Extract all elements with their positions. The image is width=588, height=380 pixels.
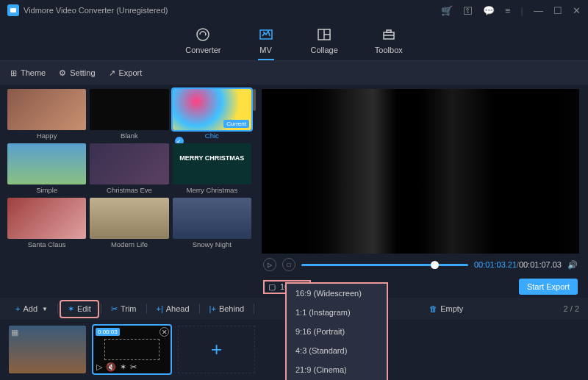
behind-icon: |+	[209, 304, 216, 313]
theme-label: Chic	[205, 132, 219, 140]
theme-item[interactable]: Happy	[7, 89, 86, 140]
scrollbar[interactable]	[253, 89, 256, 111]
tab-mv[interactable]: MV	[258, 26, 274, 60]
clip-duration: 0:00:03	[96, 328, 120, 336]
theme-item[interactable]: MERRY CHRISTMASMerry Christmas	[173, 143, 251, 194]
subtab-theme[interactable]: ⊞Theme	[10, 68, 46, 78]
theme-label: Modern Life	[111, 240, 148, 248]
app-title: Vidmore Video Converter (Unregistered)	[24, 6, 168, 15]
start-export-button[interactable]: Start Export	[519, 279, 578, 295]
behind-button[interactable]: |+Behind	[203, 301, 251, 316]
aspect-option[interactable]: 4:3 (Standard)	[287, 341, 387, 360]
tab-converter[interactable]: Converter	[185, 26, 220, 60]
aspect-icon: ▢	[268, 282, 276, 292]
theme-label: Santa Claus	[28, 240, 66, 248]
aspect-option[interactable]: 16:9 (Widescreen)	[287, 284, 387, 303]
clip-counter: 2 / 2	[564, 304, 579, 313]
empty-button[interactable]: 🗑Empty	[423, 301, 470, 316]
wand-icon: ✶	[68, 304, 74, 314]
theme-item[interactable]: Current✓Chic	[173, 89, 251, 140]
sub-nav: ⊞Theme ⚙Setting ↗Export	[0, 61, 588, 85]
subtab-setting[interactable]: ⚙Setting	[59, 68, 95, 78]
edit-button[interactable]: ✶Edit	[61, 301, 98, 317]
gear-icon: ⚙	[59, 68, 66, 78]
svg-rect-0	[10, 8, 16, 12]
top-nav: Converter MV Collage Toolbox	[0, 21, 588, 61]
theme-item[interactable]: Santa Claus	[7, 198, 86, 248]
aspect-ratio-menu: 16:9 (Widescreen)1:1 (Instagram)9:16 (Po…	[285, 282, 388, 380]
maximize-button[interactable]: ☐	[553, 5, 562, 16]
aspect-option[interactable]: 9:16 (Portrait)	[287, 322, 387, 341]
player-controls: ▷ □ 00:01:03.21/00:01:07.03 🔊	[262, 254, 579, 276]
add-clip-button[interactable]: +	[178, 326, 255, 373]
scissors-icon: ✂	[111, 304, 118, 314]
svg-rect-9	[387, 30, 391, 32]
plus-icon: +	[15, 304, 20, 313]
volume-icon[interactable]: 🔊	[567, 260, 578, 270]
export-icon: ↗	[109, 68, 115, 78]
theme-label: Christmas Eve	[107, 186, 152, 194]
seek-bar[interactable]	[301, 264, 468, 266]
tab-collage[interactable]: Collage	[311, 26, 338, 60]
ahead-icon: +|	[157, 304, 163, 313]
mute-icon[interactable]: 🔇	[106, 362, 116, 372]
film-icon: ▦	[11, 328, 18, 337]
ahead-button[interactable]: +|Ahead	[150, 301, 196, 316]
cart-icon[interactable]: 🛒	[441, 5, 453, 16]
titlebar: Vidmore Video Converter (Unregistered) 🛒…	[0, 0, 588, 21]
theme-item[interactable]: Snowy Night	[173, 198, 251, 248]
theme-label: Simple	[36, 186, 57, 194]
key-icon[interactable]: ⚿	[463, 5, 473, 16]
add-button[interactable]: +Add▼	[9, 301, 54, 316]
close-button[interactable]: ✕	[573, 5, 581, 16]
theme-icon: ⊞	[10, 68, 17, 78]
wand-icon[interactable]: ✶	[120, 362, 126, 372]
trim-button[interactable]: ✂Trim	[104, 301, 143, 317]
remove-clip-button[interactable]: ✕	[159, 327, 169, 337]
converter-icon	[195, 26, 211, 43]
mv-icon	[258, 26, 274, 43]
theme-label: Merry Christmas	[186, 186, 237, 194]
divider: |	[521, 5, 523, 16]
theme-panel: HappyBlankCurrent✓ChicSimpleChristmas Ev…	[0, 85, 257, 298]
scissors-icon[interactable]: ✂	[130, 362, 137, 372]
subtab-export[interactable]: ↗Export	[109, 68, 143, 78]
theme-label: Happy	[37, 132, 57, 140]
app-logo	[7, 4, 19, 16]
collage-icon	[316, 26, 332, 43]
menu-icon[interactable]: ≡	[505, 5, 511, 16]
clip-item[interactable]: ▦	[9, 326, 86, 373]
toolbox-icon	[381, 26, 397, 43]
minimize-button[interactable]: —	[534, 5, 543, 16]
theme-item[interactable]: Christmas Eve	[90, 143, 168, 194]
video-preview[interactable]	[262, 89, 579, 254]
theme-item[interactable]: Simple	[7, 143, 86, 194]
theme-label: Blank	[121, 132, 138, 140]
theme-item[interactable]: Modern Life	[90, 198, 168, 248]
play-button[interactable]: ▷	[263, 258, 276, 271]
clip-item[interactable]: 0:00:03 ✕ ▷ 🔇 ✶ ✂	[93, 326, 171, 373]
play-icon[interactable]: ▷	[96, 362, 102, 372]
aspect-option[interactable]: 21:9 (Cinema)	[287, 360, 387, 379]
trash-icon: 🗑	[429, 304, 437, 313]
stop-button[interactable]: □	[282, 258, 295, 271]
theme-item[interactable]: Blank	[90, 89, 168, 140]
seek-handle[interactable]	[431, 261, 439, 269]
current-badge: Current	[223, 120, 249, 128]
theme-label: Snowy Night	[193, 240, 232, 248]
feedback-icon[interactable]: 💬	[483, 5, 495, 16]
time-display: 00:01:03.21/00:01:07.03	[474, 260, 562, 269]
aspect-option[interactable]: 1:1 (Instagram)	[287, 303, 387, 322]
tab-toolbox[interactable]: Toolbox	[375, 26, 403, 60]
clip-tools: ▷ 🔇 ✶ ✂	[96, 362, 137, 372]
svg-point-1	[197, 29, 209, 40]
chevron-down-icon: ▼	[42, 306, 48, 312]
svg-point-4	[263, 32, 265, 33]
